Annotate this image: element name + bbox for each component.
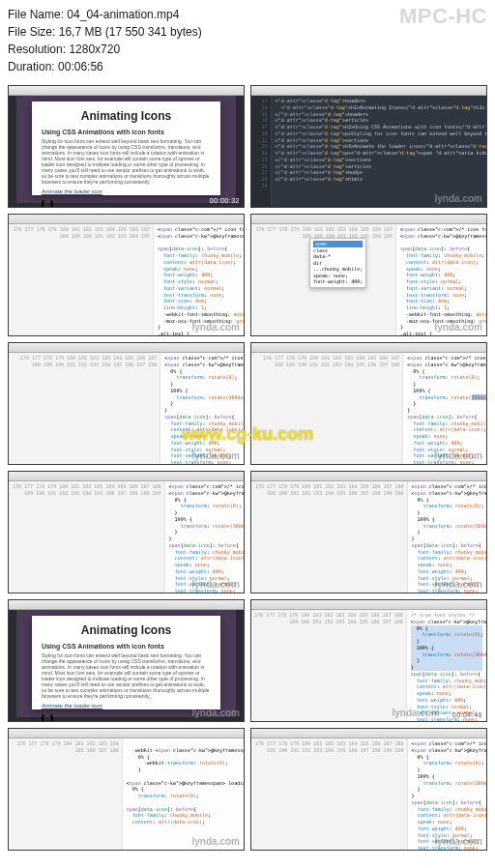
code-editor: 176 177 178 179 180 181 182 183 184 185 … (9, 224, 244, 335)
duration-value: 00:06:56 (58, 60, 103, 73)
file-name-label: File Name: (8, 8, 64, 21)
gutter: 176 177 178 179 180 181 182 183 184 185 … (9, 353, 160, 464)
code-pane: <span class="c-com">/* icon font styles … (408, 738, 486, 850)
gutter: 176 177 178 179 180 181 182 183 184 185 … (9, 224, 154, 335)
window-chrome (251, 86, 486, 96)
thumb-10[interactable]: 176 177 178 179 180 181 182 183 184 185 … (250, 599, 487, 722)
thumb-9[interactable]: Animating Icons Using CSS Animations wit… (8, 599, 245, 722)
loader-icon (42, 198, 53, 208)
code-editor: 176 177 178 179 180 181 182 183 184 185 … (251, 610, 486, 721)
thumb-12[interactable]: 176 177 178 179 180 181 182 183 184 185 … (250, 728, 487, 851)
window-chrome (9, 343, 244, 353)
code-pane: <span class="c-com">/* icon font styles … (160, 353, 244, 464)
thumb-7[interactable]: 176 177 178 179 180 181 182 183 184 185 … (8, 471, 245, 593)
page-content: Animating Icons Using CSS Animations wit… (32, 101, 220, 195)
window-chrome (9, 729, 244, 738)
brand-watermark: lynda.com (435, 322, 482, 333)
window-chrome (251, 472, 486, 481)
resolution-value: 1280x720 (69, 43, 120, 56)
thumb-5[interactable]: 176 177 178 179 180 181 182 183 184 185 … (8, 342, 245, 465)
browser-viewport: Animating Icons Using CSS Animations wit… (16, 96, 236, 203)
code-editor: 176 177 178 179 180 181 182 183 184 185 … (251, 353, 486, 464)
code-pane: <span class="c-com">/* icon font styles … (408, 481, 486, 593)
code-editor: 176 177 178 179 180 181 182 183 184 185 … (251, 481, 486, 593)
code-editor: 176 177 178 179 180 181 182 183 184 185 … (9, 738, 244, 850)
player-badge: MPC-HC (399, 4, 487, 29)
code-editor: 13 14 15 16 17 18 22 23 24 25 26 27 28 2… (251, 96, 486, 207)
brand-watermark: lynda.com (192, 322, 240, 333)
window-chrome (9, 472, 244, 481)
gutter: 176 177 178 179 180 181 182 183 184 185 … (9, 481, 165, 593)
gutter: 176 177 178 179 180 181 182 183 184 185 … (251, 610, 407, 721)
thumb-4[interactable]: 176 177 178 179 180 181 182 183 184 185 … (250, 214, 487, 336)
browser-viewport: Animating Icons Using CSS Animations wit… (16, 610, 236, 717)
thumb-1[interactable]: Animating Icons Using CSS Animations wit… (8, 85, 245, 208)
page-content: Animating Icons Using CSS Animations wit… (32, 616, 220, 709)
brand-watermark: lynda.com (192, 708, 240, 718)
brand-watermark: lynda.com (192, 450, 240, 461)
code-pane: <span class="c-com">/* icon font styles … (403, 353, 486, 464)
code-pane: <span class="c-com">/* icon font styles … (154, 224, 244, 335)
thumb-6[interactable]: 176 177 178 179 180 181 182 183 184 185 … (250, 342, 487, 465)
window-chrome (9, 215, 244, 224)
doc-link[interactable]: Animate the loader icon (42, 703, 211, 709)
resolution-label: Resolution: (8, 43, 66, 56)
window-chrome (251, 729, 486, 738)
code-pane: /* icon font styles */ <span class="c-kw… (407, 610, 486, 721)
autocomplete-popup[interactable]: span class data-* dir ...chunky_mobile; … (309, 238, 366, 288)
file-size-label: File Size: (8, 25, 55, 39)
doc-title: Animating Icons (42, 623, 211, 637)
thumbnail-grid: Animating Icons Using CSS Animations wit… (0, 79, 495, 858)
timecode: 00:00:32 (210, 197, 240, 204)
brand-watermark: lynda.com (393, 708, 440, 718)
doc-subtitle: Using CSS Animations with icon fonts (42, 643, 211, 650)
brand-watermark: lynda.com (435, 450, 482, 461)
doc-body: Styling for icon fonts can extend well b… (42, 138, 211, 185)
brand-watermark: lynda.com (435, 193, 482, 204)
code-editor: 176 177 178 179 180 181 182 183 184 185 … (9, 481, 244, 593)
code-pane: <"d-attr">class="d-tag">header> <"d-attr… (272, 96, 486, 207)
code-editor: 176 177 178 179 180 181 182 183 184 185 … (9, 353, 244, 464)
thumb-3[interactable]: 176 177 178 179 180 181 182 183 184 185 … (8, 214, 245, 336)
window-chrome (251, 215, 486, 224)
gutter: 176 177 178 179 180 181 182 183 184 185 … (251, 481, 408, 593)
code-pane: <span class="c-com">/* icon font styles … (396, 224, 486, 335)
thumb-8[interactable]: 176 177 178 179 180 181 182 183 184 185 … (250, 471, 487, 593)
code-editor: 176 177 178 179 180 181 182 183 184 185 … (251, 738, 486, 850)
doc-link[interactable]: Animate the loader icon (42, 188, 211, 194)
file-size-value: 16,7 MB (17 550 341 bytes) (59, 25, 202, 39)
duration-label: Duration: (8, 60, 55, 73)
code-pane: <span class="c-com">/* icon font styles … (165, 481, 244, 593)
brand-watermark: lynda.com (192, 836, 240, 847)
doc-subtitle: Using CSS Animations with icon fonts (42, 129, 211, 135)
code-pane: -webkit-<span class="c-kw">@keyframesspa… (123, 738, 244, 850)
code-editor: 176 177 178 179 180 181 182 183 184 185 … (251, 224, 486, 335)
brand-watermark: lynda.com (192, 579, 240, 590)
thumb-2[interactable]: 13 14 15 16 17 18 22 23 24 25 26 27 28 2… (250, 85, 487, 208)
gutter: 176 177 178 179 180 181 182 183 184 185 … (9, 738, 123, 850)
window-chrome (251, 600, 486, 610)
gutter: 176 177 178 179 180 181 182 183 184 185 … (251, 738, 408, 850)
gutter: 13 14 15 16 17 18 22 23 24 25 26 27 28 2… (251, 96, 272, 207)
thumb-11[interactable]: 176 177 178 179 180 181 182 183 184 185 … (8, 728, 245, 851)
brand-watermark: lynda.com (435, 836, 482, 847)
loader-icon (42, 712, 53, 722)
window-chrome (9, 600, 244, 610)
brand-watermark: lynda.com (435, 579, 482, 590)
timecode: 00:04:48 (452, 711, 482, 718)
doc-title: Animating Icons (42, 109, 211, 123)
file-name-value: 04_04-animation.mp4 (67, 8, 179, 21)
window-chrome (251, 343, 486, 353)
window-chrome (9, 86, 244, 96)
gutter: 176 177 178 179 180 181 182 183 184 185 … (251, 353, 403, 464)
doc-body: Styling for icon fonts can extend well b… (42, 652, 211, 699)
